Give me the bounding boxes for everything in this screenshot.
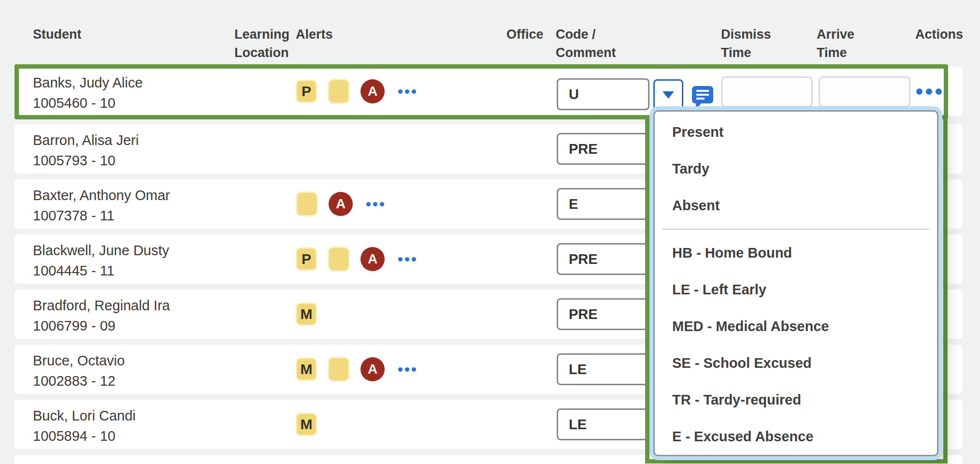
note-alert-icon[interactable]: [328, 357, 350, 382]
menu-item-home-bound[interactable]: HB - Home Bound: [655, 234, 937, 271]
student-info: Blackwell, June Dusty 1004445 - 11: [33, 240, 169, 281]
column-header-student: Student: [33, 25, 82, 44]
attendance-alert-icon[interactable]: A: [360, 357, 385, 381]
attendance-code-input[interactable]: [557, 408, 649, 440]
column-header-actions: Actions: [915, 25, 963, 44]
medical-alert-icon[interactable]: M: [296, 303, 317, 326]
menu-divider: [663, 229, 929, 230]
student-id: 1005793 - 10: [33, 150, 139, 171]
attendance-code-input[interactable]: [557, 298, 649, 330]
student-info: Bruce, Octavio 1002883 - 12: [33, 350, 125, 391]
student-info: Barron, Alisa Jeri 1005793 - 10: [33, 130, 139, 171]
menu-item-medical-absence[interactable]: MED - Medical Absence: [655, 308, 937, 345]
student-info: Bradford, Reginald Ira 1006799 - 09: [33, 295, 170, 336]
attendance-alert-icon[interactable]: A: [360, 247, 385, 271]
alerts-group: A: [296, 179, 384, 229]
student-id: 1004445 - 11: [33, 261, 169, 281]
attendance-code-input[interactable]: [557, 243, 649, 275]
attendance-roster-page: Student LearningLocation Alerts Office C…: [0, 0, 980, 464]
menu-item-tardy-required[interactable]: TR - Tardy-required: [655, 381, 937, 418]
note-alert-icon[interactable]: [328, 246, 350, 272]
note-alert-icon[interactable]: [296, 191, 318, 217]
student-name: Baxter, Anthony Omar: [33, 185, 170, 205]
attendance-code-input[interactable]: [557, 353, 649, 385]
menu-item-school-excused[interactable]: SE - School Excused: [655, 345, 937, 381]
student-name: Bruce, Octavio: [33, 350, 125, 371]
more-alerts-icon[interactable]: [366, 202, 384, 206]
menu-item-left-early[interactable]: LE - Left Early: [655, 271, 937, 308]
student-info: Baxter, Anthony Omar 1007378 - 11: [33, 185, 170, 226]
attendance-code-menu: Present Tardy Absent HB - Home Bound LE …: [653, 110, 938, 456]
student-id: 1006799 - 09: [33, 316, 170, 336]
column-header-learning-location: LearningLocation: [234, 25, 289, 62]
column-header-dismiss-time: DismissTime: [721, 25, 771, 62]
menu-item-present[interactable]: Present: [655, 114, 937, 150]
program-alert-icon[interactable]: P: [296, 247, 317, 271]
student-id: 1005894 - 10: [33, 426, 136, 446]
attendance-code-input[interactable]: [557, 188, 649, 220]
student-id: 1002883 - 12: [33, 371, 125, 391]
student-name: Buck, Lori Candi: [33, 406, 136, 426]
alerts-group: M A: [296, 345, 416, 394]
column-header-alerts: Alerts: [296, 25, 333, 44]
column-header-office: Office: [506, 25, 544, 44]
student-name: Blackwell, June Dusty: [33, 240, 169, 261]
more-alerts-icon[interactable]: [398, 257, 416, 261]
student-name: Barron, Alisa Jeri: [33, 130, 139, 150]
menu-item-absent[interactable]: Absent: [655, 187, 937, 224]
student-info: Buck, Lori Candi 1005894 - 10: [33, 406, 136, 446]
more-alerts-icon[interactable]: [398, 367, 416, 372]
alerts-group: M: [296, 290, 317, 339]
medical-alert-icon[interactable]: M: [296, 358, 317, 381]
column-header-arrive-time: ArriveTime: [817, 25, 854, 62]
student-id: 1007378 - 11: [33, 205, 170, 226]
alerts-group: M: [296, 400, 317, 449]
attendance-alert-icon[interactable]: A: [329, 192, 353, 216]
menu-item-excused-absence[interactable]: E - Excused Absence: [655, 418, 937, 455]
column-header-code-comment: Code /Comment: [556, 25, 616, 62]
medical-alert-icon[interactable]: M: [296, 413, 317, 436]
menu-item-tardy[interactable]: Tardy: [655, 150, 937, 187]
attendance-code-input[interactable]: [557, 133, 649, 165]
student-name: Bradford, Reginald Ira: [33, 295, 170, 316]
alerts-group: P A: [296, 234, 416, 284]
